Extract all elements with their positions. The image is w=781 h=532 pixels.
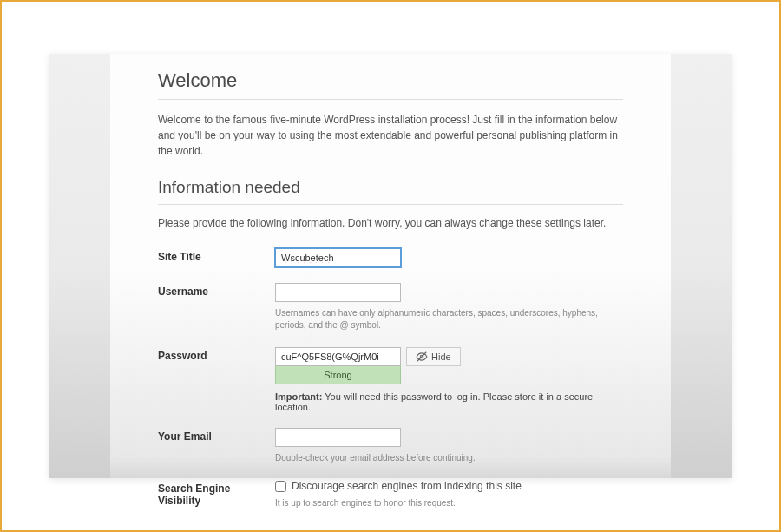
hide-password-button[interactable]: Hide <box>406 347 461 366</box>
discourage-checkbox[interactable] <box>275 481 286 492</box>
email-input[interactable] <box>275 428 401 447</box>
password-input[interactable] <box>275 347 401 366</box>
search-visibility-label: Search Engine Visibility <box>158 480 275 507</box>
intro-paragraph: Welcome to the famous five-minute WordPr… <box>158 112 623 159</box>
email-field-wrap: Double-check your email address before c… <box>275 428 623 464</box>
install-screenshot: Welcome Welcome to the famous five-minut… <box>49 54 732 478</box>
info-needed-heading: Information needed <box>158 178 623 205</box>
install-content: Welcome Welcome to the famous five-minut… <box>110 54 671 478</box>
username-field-wrap: Usernames can have only alphanumeric cha… <box>275 283 623 332</box>
username-help: Usernames can have only alphanumeric cha… <box>275 307 623 332</box>
site-title-field-wrap <box>275 248 623 267</box>
side-gutter-right <box>671 54 732 478</box>
search-visibility-field-wrap: Discourage search engines from indexing … <box>275 480 623 509</box>
username-input[interactable] <box>275 283 401 302</box>
search-visibility-row: Search Engine Visibility Discourage sear… <box>158 480 623 509</box>
password-important: Important: You will need this password t… <box>275 391 623 412</box>
email-help: Double-check your email address before c… <box>275 452 623 464</box>
hide-button-label: Hide <box>431 351 451 362</box>
search-visibility-help: It is up to search engines to honor this… <box>275 497 623 509</box>
site-title-input[interactable] <box>275 248 401 267</box>
username-label: Username <box>158 283 275 298</box>
outer-frame: Welcome Welcome to the famous five-minut… <box>0 0 781 532</box>
email-row: Your Email Double-check your email addre… <box>158 428 623 464</box>
password-strength: Strong <box>275 365 401 384</box>
site-title-label: Site Title <box>158 248 275 263</box>
side-gutter-left <box>49 54 110 478</box>
eye-slash-icon <box>416 351 428 363</box>
important-label: Important: <box>275 391 322 402</box>
important-text: You will need this password to log in. P… <box>275 391 593 412</box>
subinfo-paragraph: Please provide the following information… <box>158 217 623 229</box>
welcome-heading: Welcome <box>158 69 623 100</box>
password-field-wrap: Hide Strong Important: You will need thi… <box>275 347 623 412</box>
password-row: Password Hide <box>158 347 623 412</box>
password-label: Password <box>158 347 275 362</box>
email-label: Your Email <box>158 428 275 443</box>
username-row: Username Usernames can have only alphanu… <box>158 283 623 332</box>
discourage-checkbox-label: Discourage search engines from indexing … <box>292 480 522 492</box>
site-title-row: Site Title <box>158 248 623 267</box>
